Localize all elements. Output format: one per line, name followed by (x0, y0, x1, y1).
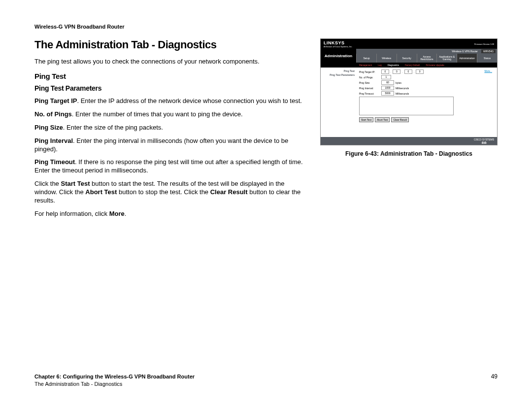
subsection-heading: Ping Test Parameters (34, 84, 306, 92)
figure-caption: Figure 6-43: Administration Tab - Diagno… (320, 150, 498, 157)
sub-nav: Management Log Diagnostics Factory Defau… (321, 63, 497, 68)
cisco-logo: CISCO SYSTEMS ıllııllı (474, 138, 494, 144)
intro-text: The ping test allows you to check the co… (34, 58, 306, 65)
result-textarea (359, 97, 454, 115)
clear-result-button: Clear Result (391, 117, 409, 122)
param-buttons: Click the Start Test button to start the… (34, 180, 306, 205)
main-content: The Administration Tab - Diagnostics The… (34, 38, 306, 223)
nav-tabs: Setup Wireless Security Access Restricti… (356, 54, 497, 63)
brand-subtitle: A Division of Cisco Systems, Inc. (324, 45, 352, 48)
page-title: The Administration Tab - Diagnostics (34, 38, 306, 51)
model-label: Wireless-G VPN Router (450, 50, 480, 53)
more-link: More... (484, 69, 492, 72)
page-header: Wireless-G VPN Broadband Router (34, 24, 498, 30)
param-timeout: Ping Timeout. If there is no response th… (34, 158, 306, 175)
page-footer: 49 Chapter 6: Configuring the Wireless-G… (34, 373, 498, 387)
thumb-sidebar: Ping Test Ping Test Parameters (321, 68, 356, 137)
firmware-version: Firmware Version 1.00 (474, 43, 494, 45)
param-target: Ping Target IP. Enter the IP address of … (34, 97, 306, 105)
brand-logo: LINKSYS (324, 40, 345, 45)
thumb-form: Ping Target IP: 0.0.0.0 No. of Pings:1 P… (356, 68, 497, 137)
figure-thumbnail: LINKSYS A Division of Cisco Systems, Inc… (320, 38, 498, 145)
page-number: 49 (491, 373, 498, 381)
start-test-button: Start Test (359, 117, 373, 122)
section-heading: Ping Test (34, 72, 306, 80)
param-size: Ping Size. Enter the size of the ping pa… (34, 124, 306, 132)
param-interval: Ping Interval. Enter the ping interval i… (34, 137, 306, 154)
param-help: For help information, click More. (34, 210, 306, 218)
nav-section: Administration (321, 49, 356, 63)
abort-test-button: Abort Test (375, 117, 390, 122)
param-pings: No. of Pings. Enter the number of times … (34, 110, 306, 119)
model-number: WRV54G (481, 49, 496, 53)
